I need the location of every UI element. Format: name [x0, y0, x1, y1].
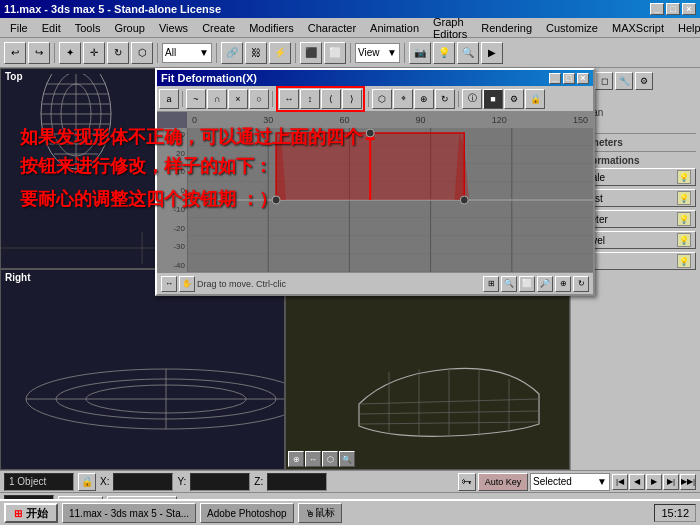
play-btn[interactable]: ▶	[646, 474, 662, 490]
fit-tb-lock[interactable]: 🔒	[525, 89, 545, 109]
rotate-btn[interactable]: ↻	[573, 276, 589, 292]
zoom-button[interactable]: 🔍	[457, 42, 479, 64]
viewport-right[interactable]: Right	[0, 269, 285, 470]
auto-key-label: Auto Key	[485, 477, 522, 487]
fit-tb-refresh[interactable]: ↻	[435, 89, 455, 109]
rp-icon2[interactable]: ◻	[595, 72, 613, 90]
sep6	[404, 43, 405, 63]
menu-group[interactable]: Group	[108, 20, 151, 36]
zoom-region[interactable]: ⬜	[519, 276, 535, 292]
fit-tb-curve2[interactable]: ∩	[207, 89, 227, 109]
menu-graph-editors[interactable]: Graph Editors	[427, 14, 473, 42]
fit-dialog-close[interactable]: ×	[577, 73, 589, 84]
object-count-field: 1 Object	[4, 473, 74, 491]
selected-dropdown[interactable]: Selected ▼	[530, 473, 610, 491]
fit-tb-gear[interactable]: ⚙	[504, 89, 524, 109]
fit-tb-hex[interactable]: ⬡	[372, 89, 392, 109]
close-button[interactable]: ×	[682, 3, 696, 15]
fit-dialog-max[interactable]: □	[563, 73, 575, 84]
go-start-btn[interactable]: |◀	[612, 474, 628, 490]
rotate-button[interactable]: ↻	[107, 42, 129, 64]
menu-modifiers[interactable]: Modifiers	[243, 20, 300, 36]
pan-icon[interactable]: ✋	[179, 276, 195, 292]
fit-tb-delete[interactable]: ×	[228, 89, 248, 109]
view-label: View	[358, 47, 380, 58]
maximize-button[interactable]: □	[666, 3, 680, 15]
fit-dialog-min[interactable]: _	[549, 73, 561, 84]
move-button[interactable]: ✛	[83, 42, 105, 64]
lock-toggle[interactable]: 🔒	[78, 473, 96, 491]
menu-customize[interactable]: Customize	[540, 20, 604, 36]
light-button[interactable]: 💡	[433, 42, 455, 64]
fit-tb-a[interactable]: a	[159, 89, 179, 109]
scale-button[interactable]: ⬡	[131, 42, 153, 64]
auto-key-btn[interactable]: Auto Key	[478, 473, 528, 491]
redo-button[interactable]: ↪	[28, 42, 50, 64]
fit-tb-vert[interactable]: ↕	[300, 89, 320, 109]
menu-maxscript[interactable]: MAXScript	[606, 20, 670, 36]
fit-tb-left[interactable]: ⟨	[321, 89, 341, 109]
align-button[interactable]: ⬜	[324, 42, 346, 64]
mirror-button[interactable]: ⬛	[300, 42, 322, 64]
minimize-button[interactable]: _	[650, 3, 664, 15]
fit-dialog-title-text: Fit Deformation(X)	[161, 72, 257, 84]
selection-filter-dropdown[interactable]: All ▼	[162, 43, 212, 63]
taskbar-item-mouse[interactable]: 🖱 鼠标	[298, 503, 342, 523]
title-bar: 11.max - 3ds max 5 - Stand-alone License…	[0, 0, 700, 18]
fit-tb-horiz[interactable]: ↔	[279, 89, 299, 109]
fit-tb-right[interactable]: ⟩	[342, 89, 362, 109]
drag-icon[interactable]: ↔	[161, 276, 177, 292]
fit-tb-black[interactable]: ■	[483, 89, 503, 109]
undo-button[interactable]: ↩	[4, 42, 26, 64]
bind-button[interactable]: ⚡	[269, 42, 291, 64]
unlink-button[interactable]: ⛓	[245, 42, 267, 64]
start-button[interactable]: ⊞ 开始	[4, 503, 58, 523]
menu-views[interactable]: Views	[153, 20, 194, 36]
y-field[interactable]	[190, 473, 250, 491]
rp-icon3[interactable]: 🔧	[615, 72, 633, 90]
sep4	[295, 43, 296, 63]
fit-tb-circle[interactable]: ○	[249, 89, 269, 109]
render-button[interactable]: ▶	[481, 42, 503, 64]
fit-graph-area[interactable]: 30 20 10 0 -10 -20 -30 -40 0 30 60 90 12…	[157, 112, 593, 272]
viewport-top-label: Top	[5, 71, 23, 82]
select-button[interactable]: ✦	[59, 42, 81, 64]
menu-create[interactable]: Create	[196, 20, 241, 36]
fit-tb-info[interactable]: ⓘ	[462, 89, 482, 109]
fit-tb-target[interactable]: ⌖	[393, 89, 413, 109]
menu-tools[interactable]: Tools	[69, 20, 107, 36]
zoom-out[interactable]: 🔎	[537, 276, 553, 292]
menu-help[interactable]: Help	[672, 20, 700, 36]
fit-light: 💡	[677, 254, 691, 268]
fit-tb-curve1[interactable]: ~	[186, 89, 206, 109]
viewport-perspective[interactable]: ⊕ ↔ ⬡ 🔍	[285, 269, 570, 470]
zoom-fit[interactable]: ⊞	[483, 276, 499, 292]
graph-bg	[187, 128, 593, 272]
nav-icon4[interactable]: 🔍	[339, 451, 355, 467]
fit-tb-plus[interactable]: ⊕	[414, 89, 434, 109]
nav-icon3[interactable]: ⬡	[322, 451, 338, 467]
nav-icon1[interactable]: ⊕	[288, 451, 304, 467]
selected-label: Selected	[533, 476, 572, 487]
x-field[interactable]	[113, 473, 173, 491]
zoom-in[interactable]: 🔍	[501, 276, 517, 292]
nav-icon2[interactable]: ↔	[305, 451, 321, 467]
next-frame-btn[interactable]: ▶|	[663, 474, 679, 490]
menu-file[interactable]: File	[4, 20, 34, 36]
pan-btn[interactable]: ⊕	[555, 276, 571, 292]
key-icon[interactable]: 🗝	[458, 473, 476, 491]
go-end-btn[interactable]: ▶▶|	[680, 474, 696, 490]
menu-character[interactable]: Character	[302, 20, 362, 36]
menu-animation[interactable]: Animation	[364, 20, 425, 36]
link-button[interactable]: 🔗	[221, 42, 243, 64]
taskbar-item-3dsmax[interactable]: 11.max - 3ds max 5 - Sta...	[62, 503, 196, 523]
rp-icon4[interactable]: ⚙	[635, 72, 653, 90]
menu-rendering[interactable]: Rendering	[475, 20, 538, 36]
wire-car-persp	[329, 354, 569, 454]
menu-edit[interactable]: Edit	[36, 20, 67, 36]
taskbar-item-photoshop[interactable]: Adobe Photoshop	[200, 503, 294, 523]
prev-frame-btn[interactable]: ◀	[629, 474, 645, 490]
z-field[interactable]	[267, 473, 327, 491]
camera-button[interactable]: 📷	[409, 42, 431, 64]
view-dropdown[interactable]: View ▼	[355, 43, 400, 63]
